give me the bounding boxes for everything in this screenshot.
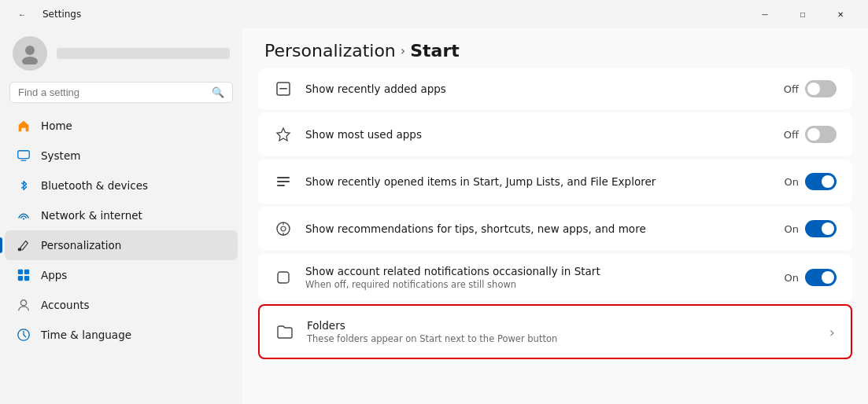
sidebar: 🔍 Home System Bluetooth & devices Networ… [0, 28, 242, 404]
most-used-row: Show most used apps Off [258, 112, 852, 156]
breadcrumb-parent: Personalization [264, 41, 396, 61]
sidebar-item-accounts[interactable]: Accounts [5, 290, 238, 320]
time-icon [16, 327, 31, 343]
close-button[interactable]: ✕ [822, 2, 859, 26]
recently-opened-toggle-label: On [785, 176, 799, 188]
account-notifications-row: Show account related notifications occas… [258, 254, 852, 301]
app-body: 🔍 Home System Bluetooth & devices Networ… [0, 28, 868, 404]
search-input[interactable] [18, 86, 207, 98]
account-notifications-card: Show account related notifications occas… [258, 254, 852, 301]
svg-rect-7 [24, 270, 29, 274]
folders-subtitle: These folders appear on Start next to th… [307, 333, 817, 344]
settings-list: Show recently added apps Off [242, 68, 868, 378]
recommendations-text: Show recommendations for tips, shortcuts… [305, 222, 772, 235]
personalization-icon [16, 237, 31, 253]
svg-rect-15 [277, 177, 290, 178]
recently-opened-row: Show recently opened items in Start, Jum… [258, 160, 852, 204]
recently-opened-card: Show recently opened items in Start, Jum… [258, 160, 852, 204]
svg-point-0 [25, 46, 35, 55]
account-notifications-text: Show account related notifications occas… [305, 265, 772, 290]
recently-opened-toggle[interactable] [805, 173, 837, 190]
account-notifications-toggle[interactable] [805, 269, 837, 286]
close-icon: ✕ [837, 10, 844, 19]
sidebar-item-bluetooth[interactable]: Bluetooth & devices [5, 171, 238, 200]
most-used-card: Show most used apps Off [258, 112, 852, 156]
recommendations-control: On [785, 220, 837, 237]
sidebar-item-time[interactable]: Time & language [5, 320, 238, 350]
sidebar-item-label: Network & internet [41, 209, 142, 222]
account-notifications-title: Show account related notifications occas… [305, 265, 772, 277]
recommendations-card: Show recommendations for tips, shortcuts… [258, 207, 852, 251]
recently-opened-icon [274, 172, 293, 191]
sidebar-item-label: Personalization [41, 239, 121, 252]
svg-rect-9 [24, 276, 29, 281]
sidebar-item-label: System [41, 149, 80, 162]
svg-point-1 [22, 57, 38, 64]
recommendations-row: Show recommendations for tips, shortcuts… [258, 207, 852, 251]
user-profile[interactable] [0, 28, 242, 82]
search-box[interactable]: 🔍 [9, 82, 233, 103]
breadcrumb-current: Start [410, 41, 460, 61]
sidebar-item-home[interactable]: Home [5, 111, 238, 141]
account-notifications-control: On [785, 269, 837, 286]
title-bar-left: ← Settings [9, 2, 81, 26]
most-used-control: Off [784, 126, 837, 143]
recommendations-toggle[interactable] [805, 220, 837, 237]
accounts-icon [16, 297, 31, 313]
recently-added-toggle[interactable] [805, 80, 837, 97]
home-icon [16, 118, 31, 134]
recently-added-text: Show recently added apps [305, 83, 771, 95]
sidebar-item-system[interactable]: System [5, 141, 238, 171]
recently-added-toggle-label: Off [784, 83, 799, 95]
folders-text: Folders These folders appear on Start ne… [307, 319, 817, 344]
svg-rect-22 [278, 272, 289, 283]
recently-opened-control: On [785, 173, 837, 190]
svg-marker-14 [277, 128, 290, 141]
svg-rect-6 [18, 270, 23, 274]
svg-rect-16 [277, 181, 290, 182]
window-controls: ─ □ ✕ [747, 2, 859, 26]
sidebar-item-label: Home [41, 119, 72, 132]
svg-rect-8 [18, 276, 23, 281]
svg-rect-13 [279, 88, 287, 90]
recently-added-control: Off [784, 80, 837, 97]
recommendations-toggle-label: On [785, 223, 799, 235]
most-used-icon [274, 125, 293, 144]
avatar [13, 36, 47, 71]
sidebar-item-label: Accounts [41, 299, 90, 311]
sidebar-item-label: Bluetooth & devices [41, 179, 148, 192]
user-name [57, 48, 230, 59]
system-icon [16, 148, 31, 163]
recommendations-title: Show recommendations for tips, shortcuts… [305, 222, 772, 235]
breadcrumb-separator: › [401, 43, 405, 58]
chevron-right-icon: › [829, 324, 835, 340]
sidebar-item-network[interactable]: Network & internet [5, 200, 238, 230]
minimize-icon: ─ [762, 10, 767, 19]
recently-added-row: Show recently added apps Off [258, 68, 852, 109]
content-area: Personalization › Start Show recently ad… [242, 28, 868, 404]
recently-added-icon [274, 79, 293, 98]
svg-point-4 [23, 218, 24, 219]
sidebar-item-apps[interactable]: Apps [5, 260, 238, 290]
maximize-button[interactable]: □ [785, 2, 821, 26]
svg-point-19 [281, 226, 286, 231]
back-button[interactable]: ← [9, 2, 35, 26]
sidebar-item-label: Time & language [41, 329, 131, 341]
recently-added-title: Show recently added apps [305, 83, 771, 95]
most-used-text: Show most used apps [305, 128, 771, 141]
recommendations-icon [274, 219, 293, 238]
content-header: Personalization › Start [242, 28, 868, 68]
svg-point-10 [20, 300, 26, 306]
sidebar-item-personalization[interactable]: Personalization [5, 230, 238, 260]
most-used-toggle[interactable] [805, 126, 837, 143]
account-notifications-icon [274, 268, 293, 287]
search-icon: 🔍 [212, 86, 224, 98]
folders-row[interactable]: Folders These folders appear on Start ne… [260, 306, 851, 358]
account-notifications-subtitle: When off, required notifications are sti… [305, 279, 772, 290]
folders-card: Folders These folders appear on Start ne… [258, 304, 852, 359]
recently-opened-text: Show recently opened items in Start, Jum… [305, 175, 772, 188]
minimize-button[interactable]: ─ [747, 2, 783, 26]
back-icon: ← [18, 10, 26, 19]
folders-title: Folders [307, 319, 817, 332]
maximize-icon: □ [800, 10, 805, 19]
